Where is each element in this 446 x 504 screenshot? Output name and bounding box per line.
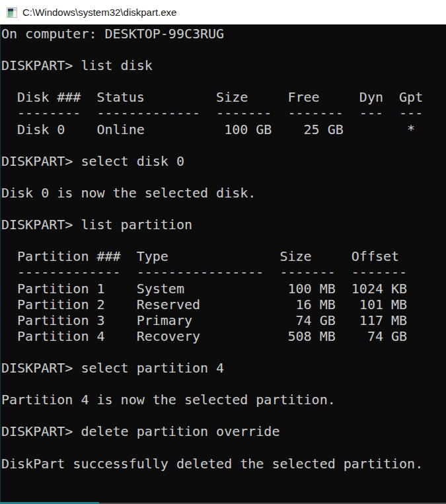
console-output: On computer: DESKTOP-99C3RUGDISKPART> li… [1, 26, 446, 487]
console-line [1, 233, 446, 248]
console-line: Disk 0 is now the selected disk. [1, 185, 446, 201]
console-line: Disk ### Status Size Free Dyn Gpt [1, 89, 446, 105]
console-line [1, 439, 446, 455]
console-line [1, 472, 446, 487]
title-bar[interactable]: C:\Windows\system32\diskpart.exe [0, 0, 446, 24]
console-line [1, 42, 446, 57]
console-line: Partition 3 Primary 74 GB 117 MB [1, 312, 446, 328]
console-line: DISKPART> select partition 4 [1, 360, 446, 376]
console-line: Partition 1 System 100 MB 1024 KB [1, 281, 446, 297]
console-line [1, 408, 446, 423]
prompt-line[interactable]: DISKPART> [1, 487, 446, 503]
console-line [1, 201, 446, 217]
console-line: Disk 0 Online 100 GB 25 GB * [1, 122, 446, 137]
console-line: Partition 4 Recovery 508 MB 74 GB [1, 328, 446, 344]
console-line [1, 73, 446, 89]
console-line: Partition ### Type Size Offset [1, 248, 446, 264]
console-window-icon [7, 7, 17, 18]
console-line: DISKPART> delete partition override [1, 423, 446, 439]
console-line [1, 376, 446, 392]
console-line: Partition 2 Reserved 16 MB 101 MB [1, 297, 446, 312]
console-line [1, 344, 446, 360]
console-line: Partition 4 is now the selected partitio… [1, 392, 446, 408]
window-border-left [0, 24, 1, 504]
window-title: C:\Windows\system32\diskpart.exe [22, 7, 176, 18]
console-line [1, 137, 446, 153]
console-viewport[interactable]: On computer: DESKTOP-99C3RUGDISKPART> li… [0, 24, 446, 504]
console-line: -------- ------------- ------- ------- -… [1, 105, 446, 121]
console-line: ------------- ---------------- ------- -… [1, 264, 446, 280]
console-line: DISKPART> list disk [1, 57, 446, 73]
console-line: On computer: DESKTOP-99C3RUG [1, 26, 446, 42]
console-line: DISKPART> list partition [1, 217, 446, 233]
console-line: DISKPART> select disk 0 [1, 153, 446, 169]
console-line [1, 169, 446, 185]
console-line: DiskPart successfully deleted the select… [1, 456, 446, 472]
diskpart-window: C:\Windows\system32\diskpart.exe On comp… [0, 0, 446, 504]
